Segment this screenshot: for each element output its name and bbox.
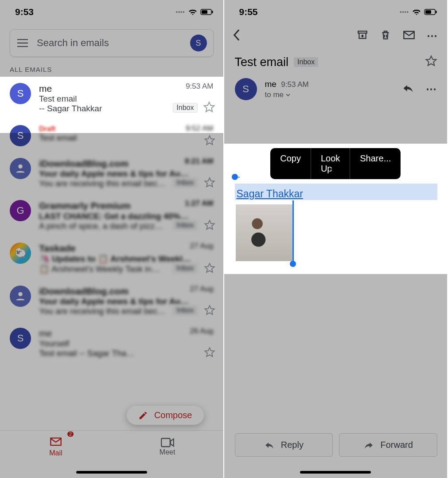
menu-icon[interactable]	[16, 37, 29, 49]
sender-name: me	[265, 79, 277, 89]
row-time: 1:27 AM	[185, 199, 214, 208]
chevron-down-icon	[285, 92, 291, 98]
row-subject: LAST CHANCE: Get a dazzling 40%…	[39, 212, 215, 221]
mail-row[interactable]: S Draft Test email 9:52 AM	[0, 119, 223, 152]
selection-handle-start[interactable]	[232, 174, 238, 180]
row-subject: Test email	[39, 133, 215, 143]
status-right: ••••	[400, 8, 437, 16]
reply-bar: Reply Forward	[235, 433, 438, 457]
email-header: Test email Inbox	[224, 45, 448, 74]
section-all-emails: ALL EMAILS	[0, 61, 223, 77]
trash-icon[interactable]	[380, 29, 391, 43]
row-subject: 🦄 Updates to 📋 Arshmeet's Weekl…	[39, 254, 215, 264]
row-time: 8:21 AM	[185, 157, 214, 166]
menu-copy[interactable]: Copy	[270, 148, 311, 179]
row-time: 9:53 AM	[186, 82, 213, 91]
star-icon[interactable]	[204, 305, 215, 318]
more-icon[interactable]: ⋯	[427, 30, 438, 42]
forward-icon	[363, 441, 374, 450]
mail-row[interactable]: 🐑 Taskade 🦄 Updates to 📋 Arshmeet's Week…	[0, 236, 223, 279]
mail-row[interactable]: G Grammarly Premium LAST CHANCE: Get a d…	[0, 194, 223, 236]
search-bar[interactable]: Search in emails S	[10, 29, 214, 57]
menu-lookup[interactable]: Look Up	[311, 148, 350, 179]
email-subject: Test email	[235, 55, 289, 69]
sender-avatar[interactable]: S	[235, 78, 257, 100]
mail-row-highlight[interactable]: S me Test email -- Sagar Thakkar 9:53 AM…	[0, 77, 223, 119]
back-icon[interactable]	[233, 29, 240, 43]
to-line[interactable]: to me	[265, 90, 309, 100]
row-snippet: Test email -- Sagar Tha…	[39, 349, 215, 358]
statusbar-right: 9:55 ••••	[224, 0, 448, 20]
mail-row[interactable]: S me Yourself Test email -- Sagar Tha… 2…	[0, 321, 223, 364]
video-icon	[161, 438, 174, 447]
star-icon[interactable]	[204, 263, 215, 276]
row-time: 27 Aug	[190, 242, 214, 251]
search-placeholder: Search in emails	[37, 37, 182, 49]
pencil-icon	[138, 411, 148, 420]
tab-meet[interactable]: Meet	[112, 431, 223, 463]
svg-point-4	[18, 292, 22, 296]
row-avatar: S	[10, 125, 31, 146]
signature-link[interactable]: Sagar Thakkar	[235, 188, 303, 200]
row-subject: Your daily Apple news & tips for Au…	[39, 169, 215, 179]
mark-unread-icon[interactable]	[403, 30, 415, 42]
star-icon[interactable]	[204, 135, 215, 148]
to-text: to me	[265, 90, 284, 100]
tab-meet-label: Meet	[160, 448, 175, 456]
svg-rect-8	[436, 11, 437, 13]
svg-rect-7	[425, 10, 431, 14]
forward-label: Forward	[380, 440, 413, 450]
bottom-tabs: 2 Mail Meet	[0, 430, 223, 463]
compose-button[interactable]: Compose	[127, 406, 204, 425]
mail-badge: 2	[67, 431, 74, 437]
selection-highlight[interactable]: Sagar Thakkar	[235, 184, 438, 200]
svg-rect-5	[161, 438, 170, 446]
wifi-icon	[188, 8, 198, 16]
menu-tail	[330, 168, 341, 174]
signature-photo[interactable]	[236, 204, 292, 261]
row-avatar: 🐑	[10, 243, 31, 264]
star-icon[interactable]	[204, 347, 215, 360]
account-avatar[interactable]: S	[190, 35, 207, 51]
signal-dots: ••••	[176, 9, 185, 15]
selection-handle-end[interactable]	[290, 261, 296, 267]
tab-mail[interactable]: 2 Mail	[0, 431, 112, 463]
statusbar-left: 9:53 ••••	[0, 0, 223, 20]
row-time: 26 Aug	[190, 327, 214, 336]
blurred-list: S Draft Test email 9:52 AM iDownloadBlog…	[0, 119, 223, 364]
archive-icon[interactable]	[357, 29, 368, 43]
compose-label: Compose	[154, 410, 192, 420]
reply-icon	[264, 441, 275, 450]
sender-time: 9:53 AM	[281, 80, 308, 89]
tab-mail-label: Mail	[49, 449, 62, 457]
row-sender: me	[39, 328, 215, 339]
status-right: ••••	[176, 8, 214, 16]
sender-info: me 9:53 AM to me	[265, 78, 309, 100]
row-tag: Inbox	[173, 306, 197, 315]
inbox-chip: Inbox	[294, 57, 318, 67]
star-icon[interactable]	[203, 101, 215, 115]
home-indicator[interactable]	[76, 471, 147, 474]
selection-caret	[292, 200, 294, 263]
reply-button[interactable]: Reply	[235, 433, 333, 457]
forward-button[interactable]: Forward	[339, 433, 437, 457]
star-icon[interactable]	[204, 177, 215, 190]
star-icon[interactable]	[425, 55, 437, 69]
email-toolbar: ⋯	[224, 20, 448, 45]
menu-share[interactable]: Share...	[350, 148, 401, 179]
mail-row[interactable]: iDownloadBlog.com Your daily Apple news …	[0, 152, 223, 194]
mail-row[interactable]: iDownloadBlog.com Your daily Apple news …	[0, 279, 223, 321]
home-indicator[interactable]	[300, 471, 371, 474]
status-time: 9:55	[239, 7, 258, 17]
svg-rect-2	[212, 11, 213, 13]
svg-rect-9	[358, 31, 367, 33]
row-tag: Inbox	[173, 263, 197, 273]
more-icon[interactable]: ⋯	[426, 83, 437, 95]
reply-label: Reply	[281, 440, 304, 450]
row-tag: Inbox	[173, 178, 197, 188]
reply-icon[interactable]	[402, 83, 414, 95]
row-avatar: S	[10, 328, 31, 349]
wifi-icon	[412, 8, 421, 16]
row-avatar: S	[10, 83, 31, 104]
star-icon[interactable]	[204, 219, 215, 233]
